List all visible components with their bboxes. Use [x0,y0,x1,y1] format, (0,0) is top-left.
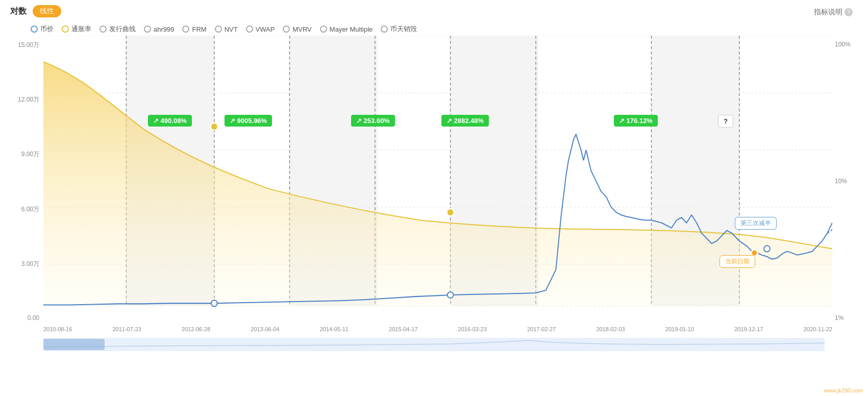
x-axis-label: 2019-12-17 [734,326,763,332]
percentage-badge: ↗ 2882.48% [441,115,489,127]
x-axis-label: 2017-02-27 [527,326,556,332]
help-icon[interactable]: ? [845,8,853,16]
watermark: www.jk290.com [824,387,863,393]
y-axis-left-label: 0.00 [10,314,43,321]
legend-item[interactable]: 发行曲线 [100,24,136,34]
svg-point-21 [448,292,454,298]
legend-item[interactable]: 通胀率 [62,24,91,34]
y-axis-right-label: 10% [832,178,858,185]
chart-area: 15.00万12.00万9.00万6.00万3.00万0.00 100%10%1… [10,36,858,337]
legend-label: 发行曲线 [109,24,136,34]
y-axis-left: 15.00万12.00万9.00万6.00万3.00万0.00 [10,36,43,337]
y-axis-right: 100%10%1% [832,36,858,337]
percentage-badge: ↗ 253.60% [351,115,395,127]
legend-label: FRM [192,26,206,33]
legend-circle [246,26,253,33]
y-axis-left-label: 6.00万 [10,205,43,214]
index-label-container: 指标说明 ? [814,8,853,17]
legend-label: NVT [225,26,238,33]
x-axis-label: 2019-01-10 [665,326,694,332]
index-label-text: 指标说明 [814,8,842,17]
third-halving-bubble: 第三次减半 [735,217,777,230]
legend-circle [283,26,290,33]
top-bar: 对数 线性 指标说明 ? [0,0,868,22]
x-axis: 2010-08-162011-07-232012-06-282013-06-04… [43,321,832,337]
x-axis-label: 2020-11-22 [804,326,832,332]
scrollbar[interactable] [43,338,825,351]
legend-circle [31,26,38,33]
y-axis-left-label: 15.00万 [10,41,43,50]
legend-item[interactable]: 币价 [31,24,54,34]
legend-label: MVRV [292,26,311,33]
x-axis-label: 2014-05-11 [320,326,349,332]
legend-label: 通胀率 [71,24,91,34]
chart-inner [43,36,832,321]
third-halving-label: 第三次减半 [740,219,771,227]
legend-circle [62,26,69,33]
percentage-badge: ↗ 176.12% [614,115,658,127]
legend-label: ahr999 [154,26,174,33]
current-date-bubble: 当前日期 [720,255,755,268]
legend-label: 币天销毁 [390,24,417,34]
log-label[interactable]: 对数 [10,6,27,17]
linear-button[interactable]: 线性 [33,5,61,17]
y-axis-left-label: 9.00万 [10,150,43,159]
svg-point-20 [211,300,217,306]
svg-point-23 [764,245,770,252]
legend-circle [100,26,107,33]
percentage-badge: ↗ 9005.96% [225,115,272,127]
x-axis-label: 2018-02-03 [596,326,625,332]
legend-circle [182,26,189,33]
x-axis-label: 2015-04-17 [389,326,417,332]
legend-row: 币价通胀率发行曲线ahr999FRMNVTVWAPMVRVMayer Multi… [0,22,868,36]
y-axis-left-label: 3.00万 [10,260,43,268]
x-axis-label: 2010-08-16 [43,326,72,332]
svg-point-19 [447,209,454,216]
y-axis-left-label: 12.00万 [10,95,43,104]
legend-circle [144,26,151,33]
percentage-badge: ? [718,115,733,128]
current-date-label: 当前日期 [725,258,750,265]
percentage-badge: ↗ 490.08% [148,115,192,127]
legend-item[interactable]: Mayer Multiple [320,26,373,33]
legend-item[interactable]: VWAP [246,26,275,33]
legend-item[interactable]: 币天销毁 [381,24,417,34]
legend-item[interactable]: MVRV [283,26,311,33]
y-axis-right-label: 100% [832,41,858,48]
legend-item[interactable]: NVT [215,26,238,33]
legend-item[interactable]: ahr999 [144,26,174,33]
legend-label: Mayer Multiple [330,26,373,33]
legend-label: 币价 [40,24,54,34]
y-axis-right-label: 1% [832,314,858,321]
legend-label: VWAP [256,26,275,33]
legend-item[interactable]: FRM [182,26,206,33]
svg-point-18 [211,123,218,130]
legend-circle [320,26,327,33]
x-axis-label: 2012-06-28 [182,326,210,332]
legend-circle [381,26,388,33]
x-axis-label: 2011-07-23 [112,326,141,332]
legend-circle [215,26,222,33]
x-axis-label: 2013-06-04 [251,326,279,332]
x-axis-label: 2016-03-23 [458,326,487,332]
